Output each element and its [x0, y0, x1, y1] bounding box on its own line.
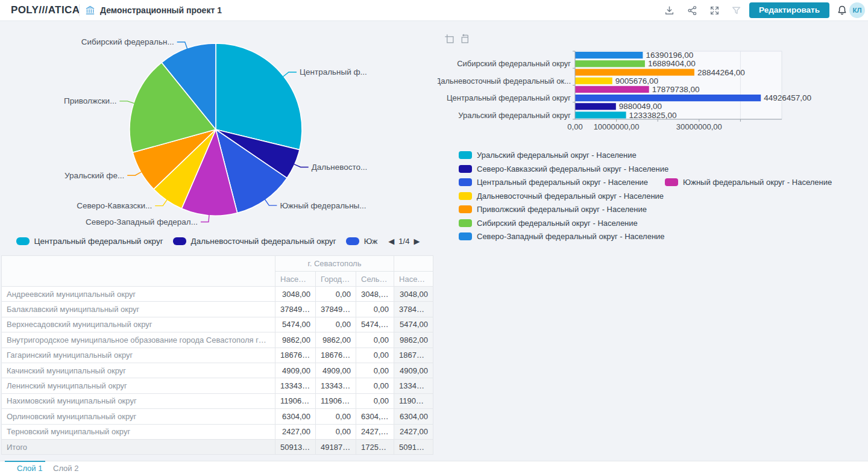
filter-icon[interactable] [731, 5, 741, 16]
value-cell[interactable]: 119064,00 [316, 393, 356, 408]
value-cell[interactable]: 186763,00 [316, 348, 356, 363]
bar-legend-row: Сибирский федеральный округ - Население [459, 219, 832, 227]
value-cell[interactable]: 119064,00 [275, 393, 316, 408]
project-bank-icon [85, 5, 95, 17]
row-label[interactable]: Терновский муниципальный округ [2, 424, 275, 439]
bar-category-label: Дальневосточный федеральный ок... [438, 76, 571, 86]
row-label[interactable]: Орлиновский муниципальный округ [2, 409, 275, 424]
pie-legend-item[interactable]: Дальневосточный федеральный округ [173, 237, 336, 246]
bar[interactable] [575, 52, 643, 58]
value-cell[interactable]: 6304,00 [275, 409, 316, 424]
value-cell[interactable]: 0,00 [356, 393, 394, 408]
share-icon[interactable] [687, 5, 697, 16]
edit-button[interactable]: Редактировать [749, 2, 829, 18]
value-cell[interactable]: 5474,00 [394, 317, 433, 332]
legend-label: Приволжский федеральный округ - Населени… [477, 205, 647, 214]
row-label[interactable]: Нахимовский муниципальный округ [2, 393, 275, 408]
bell-icon[interactable] [837, 5, 847, 15]
tab-layer-2[interactable]: Слой 2 [53, 461, 78, 474]
value-cell[interactable]: 133431,00 [316, 378, 356, 393]
value-cell[interactable]: 9862,00 [394, 332, 433, 348]
row-label[interactable]: Верхнесадовский муниципальный округ [2, 317, 275, 332]
download-icon[interactable] [664, 5, 675, 16]
value-cell[interactable]: 4909,00 [394, 363, 433, 378]
value-cell[interactable]: 4909,00 [316, 363, 356, 378]
value-cell[interactable]: 509131,00 [275, 439, 316, 454]
pie-legend-item[interactable]: Центральный федеральный округ [16, 237, 163, 246]
value-cell[interactable]: 2427,00 [275, 424, 316, 439]
value-cell[interactable]: 37849,00 [316, 302, 356, 317]
value-cell[interactable]: 0,00 [316, 317, 356, 332]
row-label[interactable]: Итого [2, 439, 275, 454]
avatar[interactable]: КЛ [849, 2, 865, 18]
value-cell[interactable]: 3048,00 [356, 287, 394, 302]
pivot-table-widget: г. СевастопольНаселениеГородскоеСельское… [1, 255, 433, 455]
value-cell[interactable]: 0,00 [316, 424, 356, 439]
value-cell[interactable]: 133431,00 [394, 378, 433, 393]
select-zone-icon[interactable] [444, 34, 454, 44]
row-label[interactable]: Качинский муниципальный округ [2, 363, 275, 378]
value-cell[interactable]: 2427,00 [356, 424, 394, 439]
reset-selection-icon[interactable] [459, 34, 470, 44]
value-cell[interactable]: 0,00 [356, 302, 394, 317]
value-cell[interactable]: 6304,00 [356, 409, 394, 424]
value-cell[interactable]: 3048,00 [275, 287, 316, 302]
legend-swatch [16, 237, 30, 245]
value-cell[interactable]: 17253,00 [356, 439, 394, 454]
legend-label: Северо-Западный федеральный округ - Насе… [477, 232, 665, 241]
value-cell[interactable]: 0,00 [356, 348, 394, 363]
value-cell[interactable]: 186763,00 [275, 348, 316, 363]
value-cell[interactable]: 491878,00 [316, 439, 356, 454]
bar[interactable] [575, 86, 649, 93]
legend-label: Дальневосточный федеральный округ - Насе… [477, 192, 664, 201]
value-cell[interactable]: 0,00 [356, 332, 394, 348]
value-cell[interactable]: 133431,00 [275, 378, 316, 393]
value-cell[interactable]: 119064,00 [394, 393, 433, 408]
bar-legend-item[interactable]: Приволжский федеральный округ - Населени… [459, 205, 647, 214]
bar[interactable] [575, 69, 694, 75]
bar-legend-item[interactable]: Южный федеральный округ - Население [665, 178, 832, 187]
legend-swatch [459, 232, 472, 240]
value-cell[interactable]: 9862,00 [316, 332, 356, 348]
value-cell[interactable]: 509131,00 [394, 439, 433, 454]
legend-label: Юж [364, 237, 378, 246]
bar[interactable] [575, 95, 761, 101]
row-label[interactable]: Балаклавский муниципальный округ [2, 302, 275, 317]
value-cell[interactable]: 37849,00 [394, 302, 433, 317]
value-cell[interactable]: 5474,00 [356, 317, 394, 332]
value-cell[interactable]: 0,00 [316, 287, 356, 302]
bar[interactable] [575, 78, 612, 84]
value-cell[interactable]: 37849,00 [275, 302, 316, 317]
row-label[interactable]: Андреевский муниципальный округ [2, 287, 275, 302]
row-label[interactable]: Ленинский муниципальный округ [2, 378, 275, 393]
bar[interactable] [575, 103, 616, 110]
value-cell[interactable]: 5474,00 [275, 317, 316, 332]
bar-legend-item[interactable]: Сибирский федеральный округ - Население [459, 219, 638, 228]
bar-legend-item[interactable]: Дальневосточный федеральный округ - Насе… [459, 192, 664, 201]
bar-legend-item[interactable]: Северо-Кавказский федеральный округ - На… [459, 164, 668, 173]
value-cell[interactable]: 2427,00 [394, 424, 433, 439]
fullscreen-icon[interactable] [709, 5, 720, 16]
value-cell[interactable]: 4909,00 [275, 363, 316, 378]
value-cell[interactable]: 0,00 [356, 363, 394, 378]
bar-legend-item[interactable]: Центральный федеральный округ - Населени… [459, 178, 648, 187]
pie-legend-item[interactable]: Юж [346, 237, 378, 246]
value-cell[interactable]: 0,00 [316, 409, 356, 424]
value-cell[interactable]: 3048,00 [394, 287, 433, 302]
row-label[interactable]: Гагаринский муниципальный округ [2, 348, 275, 363]
bar-legend-item[interactable]: Северо-Западный федеральный округ - Насе… [459, 232, 665, 241]
tab-layer-1[interactable]: Слой 1 [17, 461, 42, 474]
value-cell[interactable]: 0,00 [356, 378, 394, 393]
value-cell[interactable]: 9862,00 [275, 332, 316, 348]
bar[interactable] [575, 111, 626, 118]
bar-value-label: 9880049,00 [619, 102, 662, 111]
legend-prev-icon[interactable]: ◀ [388, 237, 394, 245]
table-row: Внутригородское муниципальное образовани… [2, 332, 433, 348]
row-label[interactable]: Внутригородское муниципальное образовани… [2, 332, 275, 348]
value-cell[interactable]: 6304,00 [394, 409, 433, 424]
bar[interactable] [575, 60, 645, 67]
bar-legend-item[interactable]: Уральский федеральный округ - Население [459, 151, 637, 160]
pie-slice-label: Центральный ф... [300, 67, 367, 76]
value-cell[interactable]: 186763,00 [394, 348, 433, 363]
legend-next-icon[interactable]: ▶ [414, 237, 420, 245]
